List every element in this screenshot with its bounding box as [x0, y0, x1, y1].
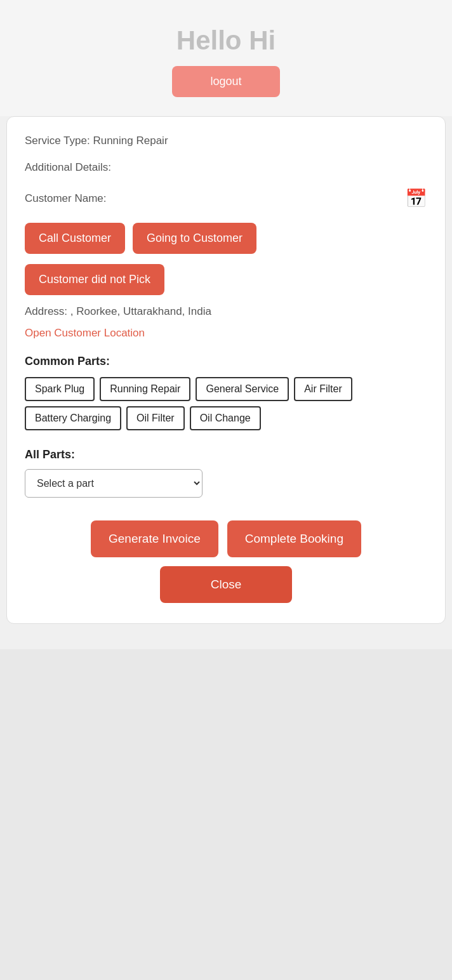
going-to-customer-button[interactable]: Going to Customer	[133, 223, 256, 254]
address-row: Address: , Roorkee, Uttarakhand, India	[25, 305, 427, 318]
booking-modal: Service Type: Running Repair Additional …	[6, 116, 446, 624]
part-tag-oil-change[interactable]: Oil Change	[190, 406, 261, 430]
service-type-label: Service Type:	[25, 135, 90, 147]
all-parts-label: All Parts:	[25, 448, 427, 461]
common-parts-title: Common Parts:	[25, 355, 427, 368]
service-type-row: Service Type: Running Repair	[25, 135, 427, 147]
all-parts-section: All Parts: Select a part Spark Plug Runn…	[25, 448, 427, 498]
bottom-buttons-container: Generate Invoice Complete Booking Close	[25, 520, 427, 603]
action-buttons-row: Call Customer Going to Customer	[25, 223, 427, 254]
service-type-value-text: Running Repair	[93, 135, 168, 147]
page-title: Hello Hi	[176, 25, 276, 56]
generate-invoice-button[interactable]: Generate Invoice	[91, 520, 218, 557]
action-buttons-row-2: Customer did not Pick	[25, 264, 427, 295]
part-tag-general-service[interactable]: General Service	[196, 377, 289, 401]
customer-did-not-pick-button[interactable]: Customer did not Pick	[25, 264, 164, 295]
customer-name-row: Customer Name: 📅	[25, 188, 427, 209]
part-tag-spark-plug[interactable]: Spark Plug	[25, 377, 95, 401]
address-value: , Roorkee, Uttarakhand, India	[70, 305, 211, 317]
parts-select[interactable]: Select a part Spark Plug Running Repair …	[25, 469, 203, 498]
additional-details-label: Additional Details:	[25, 161, 111, 173]
calendar-icon[interactable]: 📅	[405, 188, 427, 209]
open-location-link[interactable]: Open Customer Location	[25, 327, 145, 340]
common-parts-grid: Spark Plug Running Repair General Servic…	[25, 377, 427, 430]
part-tag-air-filter[interactable]: Air Filter	[294, 377, 352, 401]
complete-booking-button[interactable]: Complete Booking	[227, 520, 361, 557]
logout-button[interactable]: logout	[172, 66, 279, 97]
customer-name-info: Customer Name:	[25, 192, 106, 205]
customer-name-label: Customer Name:	[25, 192, 106, 204]
part-tag-battery-charging[interactable]: Battery Charging	[25, 406, 121, 430]
part-tag-running-repair[interactable]: Running Repair	[100, 377, 190, 401]
additional-details-row: Additional Details:	[25, 161, 427, 174]
call-customer-button[interactable]: Call Customer	[25, 223, 125, 254]
bottom-filler	[0, 649, 452, 980]
close-button[interactable]: Close	[160, 566, 293, 603]
bottom-buttons-row: Generate Invoice Complete Booking	[91, 520, 361, 557]
part-tag-oil-filter[interactable]: Oil Filter	[126, 406, 185, 430]
address-label: Address:	[25, 305, 67, 317]
